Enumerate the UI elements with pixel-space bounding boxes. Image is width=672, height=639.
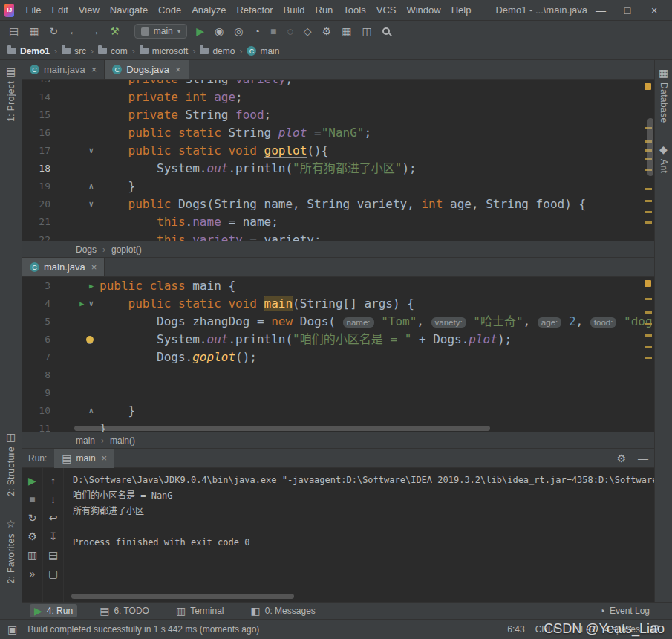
status-4-spaces[interactable]: 4 spaces [604, 624, 640, 635]
fold-down-icon[interactable]: ∨ [88, 142, 94, 160]
code-line[interactable]: 10∧ } [22, 402, 644, 420]
code-line[interactable]: 15 private String food; [22, 106, 644, 124]
code-line[interactable]: 9 [22, 384, 644, 402]
tool-button-ant[interactable]: ◆Ant [659, 144, 669, 173]
error-stripe-tick[interactable] [645, 221, 652, 224]
menu-analyze[interactable]: Analyze [186, 1, 231, 19]
back-icon[interactable]: ← [68, 26, 79, 36]
code-line[interactable]: 3▶public class main { [22, 277, 644, 295]
error-stripe-tick[interactable] [645, 188, 652, 190]
tab-close-icon[interactable]: × [91, 64, 97, 75]
coverage-icon[interactable]: ◎ [234, 26, 243, 36]
breadcrumb-item-demo1[interactable]: Demo1 [7, 46, 50, 56]
status-crlf[interactable]: CRLF [535, 624, 558, 635]
profiler-icon[interactable]: ◔ [254, 26, 260, 36]
status-6-43[interactable]: 6:43 [507, 624, 524, 635]
structure-icon[interactable]: ▦ [342, 26, 351, 36]
mute-icon[interactable]: ◌ [287, 26, 293, 36]
breadcrumb-item-com[interactable]: com [98, 46, 128, 56]
error-stripe-tick[interactable] [645, 200, 652, 202]
run-config-select[interactable]: main ▾ [134, 24, 188, 39]
error-stripe-tick[interactable] [645, 323, 652, 325]
toolwindow-button-event-log[interactable]: ◔Event Log [594, 604, 654, 617]
code-line[interactable]: 4▶∨ public static void main(String[] arg… [22, 295, 644, 313]
error-stripe-tick[interactable] [645, 346, 652, 348]
tool-button-2-structure[interactable]: ◫2: Structure [6, 432, 16, 496]
code-line[interactable]: 6 System.out.println("咱们的小区名是 = " + Dogs… [22, 331, 644, 348]
toolwindow-button-4-run[interactable]: ▶4: Run [30, 604, 77, 617]
error-stripe-tick[interactable] [645, 211, 652, 213]
code-line[interactable]: 22 this.variety = variety; [22, 231, 644, 241]
hide-panel-icon[interactable]: — [638, 453, 648, 464]
intention-bulb-icon[interactable] [86, 336, 94, 343]
code-line[interactable]: 19∧ } [22, 178, 644, 195]
menu-code[interactable]: Code [153, 1, 186, 19]
breadcrumb-item-dogs[interactable]: Dogs [76, 244, 97, 255]
stop-icon[interactable]: ■ [270, 26, 276, 36]
code-line[interactable]: 20∨ public Dogs(String name, String vari… [22, 195, 644, 213]
open-icon[interactable]: ▤ [9, 26, 19, 36]
breadcrumb-item-main[interactable]: main [76, 435, 95, 446]
tab-close-icon[interactable]: × [102, 453, 108, 464]
sync-icon[interactable]: ↻ [49, 26, 58, 36]
run-icon[interactable]: ▶ [196, 26, 204, 36]
menu-window[interactable]: Window [401, 1, 446, 19]
breadcrumb-item-goplot[interactable]: goplot() [111, 244, 142, 255]
code-line[interactable]: 7 Dogs.goplot(); [22, 348, 644, 366]
search-icon[interactable] [382, 27, 390, 35]
fold-up-icon[interactable]: ∧ [88, 402, 94, 420]
print-icon[interactable]: ▤ [48, 550, 58, 560]
trash-icon[interactable]: ▥ [27, 550, 37, 560]
code-line[interactable]: 8 [22, 366, 644, 384]
fold-down-icon[interactable]: ∨ [88, 195, 94, 213]
code-line[interactable]: 14 private int age; [22, 88, 644, 106]
error-stripe-tick[interactable] [645, 311, 652, 314]
toolwindow-button-terminal[interactable]: ▥Terminal [172, 604, 229, 617]
maximize-button[interactable]: □ [614, 4, 641, 16]
debug-icon[interactable]: ◉ [215, 26, 224, 36]
toolwindow-toggle-icon[interactable]: ▣ [7, 624, 17, 635]
toolwindow-button-6-todo[interactable]: ▤6: TODO [95, 604, 154, 617]
menu-refactor[interactable]: Refactor [231, 1, 278, 19]
build-icon[interactable]: ⚒ [110, 26, 120, 36]
run-console-output[interactable]: D:\Software\Java\JDK9.0.4\bin\java.exe "… [64, 468, 654, 602]
menu-help[interactable]: Help [446, 1, 477, 19]
code-line[interactable]: 16 public static String plot ="NanG"; [22, 124, 644, 142]
vertical-scrollbar[interactable] [647, 118, 653, 176]
code-line[interactable]: 5 Dogs zhangDog = new Dogs( name: "Tom",… [22, 313, 644, 331]
breadcrumb-item-main[interactable]: main() [110, 435, 135, 446]
menu-build[interactable]: Build [278, 1, 310, 19]
tool-button-2-favorites[interactable]: ☆2: Favorites [6, 519, 16, 584]
breadcrumb-item-demo[interactable]: demo [200, 46, 235, 56]
rerun-icon[interactable]: ▶ [28, 476, 36, 486]
close-button[interactable]: × [641, 4, 668, 16]
code-line[interactable]: 13 private String variety; [22, 80, 644, 88]
layout-icon[interactable]: ◫ [362, 26, 371, 36]
menu-file[interactable]: File [20, 1, 46, 19]
soft-wrap-icon[interactable]: ↩ [49, 513, 58, 523]
code-line[interactable]: 18 System.out.println("所有狗都进了小区"); [22, 160, 644, 178]
run-gutter-icon[interactable]: ▶ [89, 277, 94, 295]
error-stripe-tick[interactable] [645, 298, 652, 300]
analysis-status-square[interactable] [645, 280, 651, 287]
save-icon[interactable]: ▦ [29, 26, 39, 36]
editor-dogs-java[interactable]: 13 private String variety;14 private int… [22, 80, 654, 241]
lock-icon[interactable] [650, 628, 657, 633]
forward-icon[interactable]: → [89, 26, 100, 36]
horizontal-scrollbar[interactable] [71, 594, 294, 599]
breadcrumb-item-src[interactable]: src [62, 46, 86, 56]
stop-icon[interactable]: ■ [29, 494, 35, 505]
code-line[interactable]: 21 this.name = name; [22, 213, 644, 231]
more-icon[interactable]: » [30, 568, 36, 579]
tool-button-database[interactable]: ▦Database [659, 68, 669, 123]
code-line[interactable]: 17∨ public static void goplot(){ [22, 142, 644, 160]
status-utf-8[interactable]: UTF-8 [569, 624, 594, 635]
gear-icon[interactable]: ⚙ [616, 453, 626, 464]
run-gutter-icon[interactable]: ▶ [79, 295, 84, 313]
menu-edit[interactable]: Edit [46, 1, 73, 19]
editor-main-java[interactable]: 3▶public class main {4▶∨ public static v… [22, 277, 654, 432]
skip-icon[interactable]: ◇ [304, 26, 312, 36]
fold-up-icon[interactable]: ∧ [88, 178, 94, 195]
tab-close-icon[interactable]: × [91, 262, 97, 273]
menu-vcs[interactable]: VCS [371, 1, 402, 19]
